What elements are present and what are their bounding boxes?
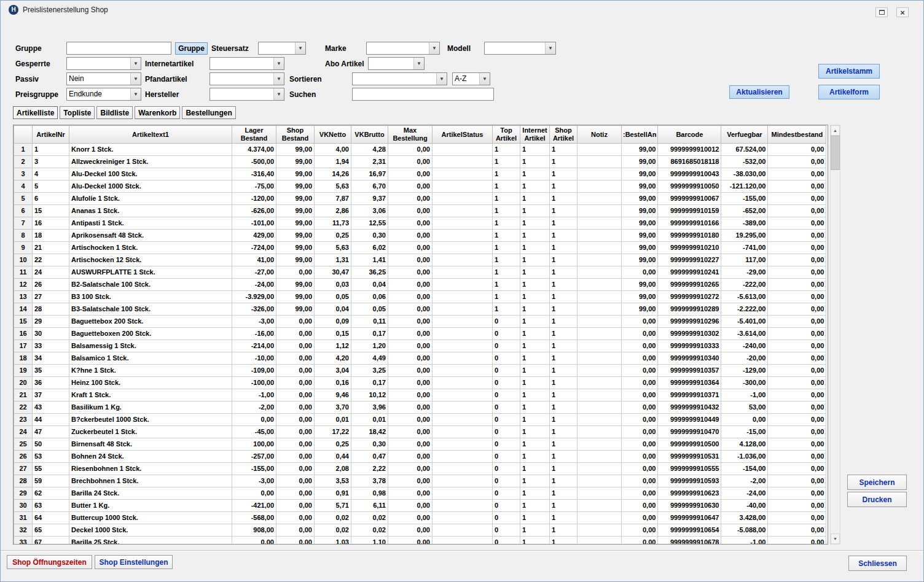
cell[interactable]: -626,00 (232, 205, 276, 217)
cell[interactable]: K?hne 1 Stck. (69, 365, 232, 377)
cell[interactable]: 67 (33, 537, 69, 545)
row-header[interactable]: 24 (14, 426, 33, 438)
cell[interactable]: 1 (493, 254, 520, 266)
cell[interactable]: 0,00 (388, 316, 433, 328)
cell[interactable] (578, 266, 622, 279)
cell[interactable]: 1,03 (315, 537, 351, 545)
cell[interactable]: 0,00 (232, 487, 276, 500)
cell[interactable]: 0,02 (315, 524, 351, 537)
cell[interactable] (578, 242, 622, 254)
cell[interactable]: 0,00 (276, 414, 315, 426)
column-header[interactable]: VKNetto (315, 126, 351, 144)
cell[interactable]: 1,10 (351, 537, 388, 545)
cell[interactable]: 0,00 (768, 180, 826, 193)
cell[interactable]: -29,00 (721, 266, 768, 279)
cell[interactable]: B?ckerbeutel 1000 Stck. (69, 414, 232, 426)
cell[interactable] (433, 524, 493, 537)
gruppe-input[interactable] (66, 42, 171, 55)
cell[interactable] (578, 279, 622, 291)
cell[interactable] (578, 463, 622, 475)
cell[interactable]: 1 (550, 144, 578, 156)
cell[interactable]: 62 (33, 487, 69, 500)
cell[interactable]: B3-Salatschale 100 Stck. (69, 303, 232, 316)
cell[interactable]: 0,00 (388, 352, 433, 365)
table-row[interactable]: 3367Barilla 25 Stck.0,000,001,031,100,00… (14, 537, 826, 545)
cell[interactable]: 0,00 (768, 156, 826, 168)
cell[interactable]: 3,04 (315, 365, 351, 377)
cell[interactable]: -3,00 (232, 316, 276, 328)
column-header[interactable]: Top Artikel (493, 126, 520, 144)
cell[interactable]: 1 (520, 352, 550, 365)
cell[interactable]: 1 (520, 537, 550, 545)
cell[interactable]: 1 (550, 377, 578, 389)
cell[interactable]: 53,00 (721, 402, 768, 414)
cell[interactable]: 9999999910371 (658, 389, 721, 402)
cell[interactable]: 0,04 (351, 279, 388, 291)
cell[interactable]: 5 (33, 180, 69, 193)
cell[interactable]: -101,00 (232, 217, 276, 230)
scrollbar-thumb[interactable] (831, 136, 840, 170)
cell[interactable]: -421,00 (232, 500, 276, 512)
row-header[interactable]: 19 (14, 365, 33, 377)
cell[interactable]: Butter 1 Kg. (69, 500, 232, 512)
column-header[interactable]: Artikeltext1 (69, 126, 232, 144)
cell[interactable]: 9999999910289 (658, 303, 721, 316)
cell[interactable]: 0,00 (622, 500, 658, 512)
cell[interactable]: 1 (520, 193, 550, 205)
table-row[interactable]: 716Antipasti 1 Stck.-101,0099,0011,7312,… (14, 217, 826, 230)
row-header[interactable]: 10 (14, 254, 33, 266)
cell[interactable]: 0,00 (622, 352, 658, 365)
cell[interactable]: 99,00 (622, 180, 658, 193)
cell[interactable]: Alufolie 1 Stck. (69, 193, 232, 205)
cell[interactable]: 3,06 (351, 205, 388, 217)
column-header[interactable]: :BestellAn (622, 126, 658, 144)
cell[interactable]: 4,20 (315, 352, 351, 365)
cell[interactable]: 9999999910678 (658, 537, 721, 545)
cell[interactable] (433, 438, 493, 451)
cell[interactable]: 1 (550, 537, 578, 545)
cell[interactable]: 0 (493, 352, 520, 365)
cell[interactable]: -300,00 (721, 377, 768, 389)
cell[interactable] (433, 193, 493, 205)
cell[interactable]: 0,00 (388, 340, 433, 352)
cell[interactable] (578, 537, 622, 545)
cell[interactable]: 0,15 (315, 328, 351, 340)
cell[interactable]: 1 (550, 180, 578, 193)
cell[interactable]: 1 (520, 303, 550, 316)
column-header[interactable]: ArtikelStatus (433, 126, 493, 144)
cell[interactable]: 9999999910340 (658, 352, 721, 365)
cell[interactable]: -155,00 (721, 193, 768, 205)
table-row[interactable]: 2962Barilla 24 Stck.0,000,000,910,980,00… (14, 487, 826, 500)
cell[interactable]: 0 (493, 500, 520, 512)
cell[interactable]: -3.929,00 (232, 291, 276, 303)
cell[interactable]: 33 (33, 340, 69, 352)
cell[interactable]: Bohnen 24 Stck. (69, 451, 232, 463)
row-header[interactable]: 17 (14, 340, 33, 352)
cell[interactable]: 1 (520, 144, 550, 156)
table-row[interactable]: 1935K?hne 1 Stck.-109,000,003,043,250,00… (14, 365, 826, 377)
cell[interactable]: 0 (493, 524, 520, 537)
cell[interactable] (433, 475, 493, 487)
cell[interactable]: 0,00 (388, 156, 433, 168)
cell[interactable]: 0 (493, 537, 520, 545)
cell[interactable] (433, 365, 493, 377)
cell[interactable]: 0,00 (276, 340, 315, 352)
cell[interactable]: 99,00 (622, 291, 658, 303)
cell[interactable]: -24,00 (232, 279, 276, 291)
cell[interactable]: 0,17 (351, 377, 388, 389)
cell[interactable]: Alu-Deckel 1000 Stck. (69, 180, 232, 193)
cell[interactable]: 0,00 (768, 451, 826, 463)
shop-einstellungen-button[interactable]: Shop Einstellungen (95, 555, 173, 569)
row-header[interactable]: 9 (14, 242, 33, 254)
cell[interactable]: 1 (493, 279, 520, 291)
cell[interactable]: Brechbohnen 1 Stck. (69, 475, 232, 487)
cell[interactable]: 0,00 (622, 414, 658, 426)
cell[interactable]: 1 (493, 217, 520, 230)
cell[interactable]: 0,00 (276, 524, 315, 537)
cell[interactable]: 100,00 (232, 438, 276, 451)
artikelform-button[interactable]: Artikelform (818, 85, 880, 99)
cell[interactable]: 3,96 (351, 402, 388, 414)
cell[interactable] (578, 193, 622, 205)
table-row[interactable]: 2550Birnensaft 48 Stck.100,000,000,250,3… (14, 438, 826, 451)
cell[interactable] (433, 426, 493, 438)
